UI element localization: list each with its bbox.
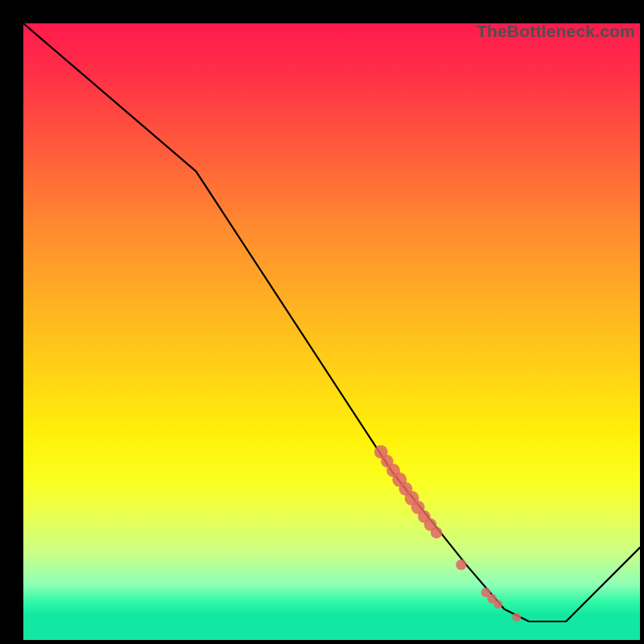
marker-layer	[374, 445, 521, 621]
chart-svg	[23, 23, 640, 640]
marker-dot	[431, 527, 442, 539]
main-curve	[23, 23, 640, 621]
marker-dot	[493, 600, 502, 609]
marker-dot	[456, 559, 466, 570]
marker-dot	[512, 613, 521, 621]
chart-frame: TheBottleneck.com	[10, 10, 634, 634]
curve-layer	[23, 23, 640, 621]
plot-area: TheBottleneck.com	[23, 23, 640, 640]
